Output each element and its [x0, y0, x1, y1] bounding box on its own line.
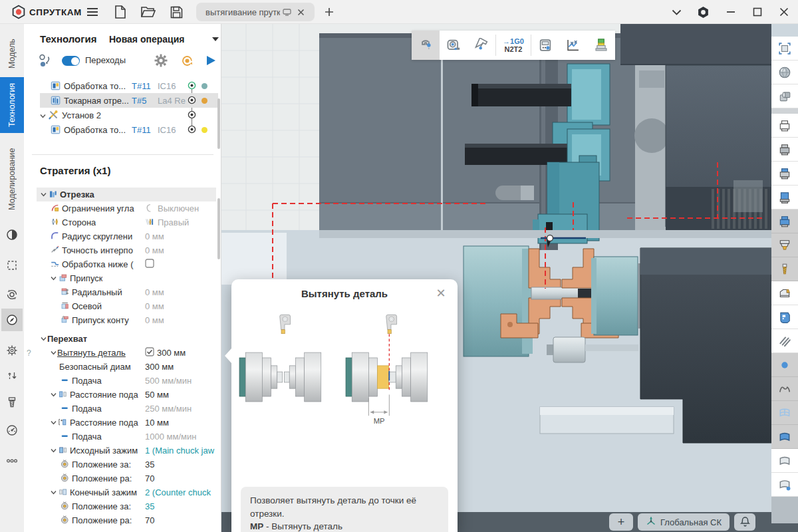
cut-point-marker[interactable]: [547, 235, 553, 241]
tape-measure-icon[interactable]: [440, 31, 467, 60]
drill-tool-icon[interactable]: [1, 391, 23, 414]
tab-close-icon[interactable]: [293, 3, 308, 21]
operation-row-1[interactable]: Обработка то...Т#11IC16: [40, 78, 218, 93]
mesh-surface-icon[interactable]: [771, 401, 798, 425]
strategy-row-21[interactable]: Положение ра:70: [37, 471, 216, 485]
chevron-down-icon[interactable]: [40, 110, 49, 120]
popup-close-icon[interactable]: ✕: [432, 285, 450, 302]
surface-light-icon[interactable]: [771, 449, 798, 473]
caliper-icon[interactable]: [467, 31, 495, 60]
param-checkbox[interactable]: [145, 259, 154, 270]
operation-row-4[interactable]: Обработка то...Т#11IC16: [40, 122, 218, 137]
chevron-down-icon[interactable]: [39, 192, 47, 197]
strategy-row-12[interactable]: ?Вытянуть деталь300 мм: [37, 346, 216, 360]
layers-icon[interactable]: [587, 31, 615, 60]
param-value[interactable]: 300 мм: [145, 362, 174, 372]
strategy-row-18[interactable]: Подача1000 мм/мин: [37, 430, 216, 444]
strategy-row-11[interactable]: Перехват: [37, 332, 216, 346]
play-button[interactable]: [205, 55, 217, 68]
part-gray-icon[interactable]: [771, 138, 798, 162]
mode-tab-2[interactable]: Технология: [0, 77, 24, 133]
marquee-icon[interactable]: [1, 254, 23, 277]
operations-scrollbar[interactable]: [217, 98, 220, 149]
gear-icon[interactable]: [1, 339, 23, 362]
strategy-row-23[interactable]: Положение за:35: [37, 499, 216, 513]
operation-row-2[interactable]: Токарная отре...Т#5La4 Re: [40, 93, 218, 108]
contrast-icon[interactable]: [1, 223, 23, 246]
param-value[interactable]: 1000 мм/мин: [145, 432, 196, 442]
strategy-row-2[interactable]: Ограничения углаВыключен: [37, 201, 216, 215]
strategy-row-8[interactable]: Радиальный0 мм: [37, 285, 216, 299]
strategy-row-22[interactable]: Конечный зажим2 (Counter chuck: [37, 485, 216, 499]
strategy-row-20[interactable]: Положение за:35: [37, 458, 216, 471]
help-icon[interactable]: ?: [27, 348, 31, 358]
strategy-row-15[interactable]: Расстояние пода50 мм: [37, 388, 216, 402]
hamburger-menu[interactable]: [84, 0, 101, 24]
open-file-button[interactable]: [140, 0, 157, 24]
param-value[interactable]: Правый: [158, 217, 189, 227]
new-operation-button[interactable]: Новая операция: [109, 34, 184, 45]
part-outline-icon[interactable]: [771, 114, 798, 138]
strategy-row-24[interactable]: Положение ра:70: [37, 513, 216, 527]
cylinder-part-icon[interactable]: [771, 84, 798, 108]
point-icon[interactable]: [771, 353, 798, 377]
chevron-down-icon[interactable]: [49, 448, 57, 453]
mode-tab-1[interactable]: Модель: [0, 35, 24, 73]
add-csys-button[interactable]: +: [609, 513, 633, 531]
settings-nut-icon[interactable]: [694, 0, 712, 24]
chevron-down-icon[interactable]: [49, 420, 57, 425]
sphere-icon[interactable]: [771, 61, 798, 84]
chevron-down-icon[interactable]: [49, 276, 57, 281]
global-csys-button[interactable]: Глобальная СК: [638, 513, 730, 531]
param-value[interactable]: 500 мм/мин: [145, 376, 192, 386]
new-operation-caret[interactable]: [212, 37, 219, 41]
updown-arrows-icon[interactable]: [1, 364, 23, 387]
strategy-row-7[interactable]: Припуск: [37, 271, 216, 285]
gear-gray-icon[interactable]: [154, 54, 168, 69]
drill-bit-icon[interactable]: [771, 257, 798, 281]
route-icon[interactable]: [39, 54, 53, 70]
strategy-row-6[interactable]: Обработка ниже (: [37, 257, 216, 271]
new-tab-button[interactable]: [321, 0, 338, 24]
toolpath-chart-icon[interactable]: [559, 31, 587, 60]
part-bluetop-icon[interactable]: [771, 162, 798, 186]
document-tab[interactable]: вытягивание прутк: [196, 3, 315, 21]
strategy-row-3[interactable]: СторонаПравый: [37, 215, 216, 229]
save-button[interactable]: [168, 0, 185, 24]
param-value[interactable]: 70: [145, 515, 154, 525]
minimize-button[interactable]: [722, 0, 739, 24]
operation-row-3[interactable]: Установ 2: [40, 108, 218, 122]
param-value[interactable]: 50 мм: [145, 390, 169, 400]
more-dots-icon[interactable]: [1, 450, 23, 472]
strategy-row-19[interactable]: Исходный зажим1 (Main chuck jaw: [37, 444, 216, 458]
param-value[interactable]: 70: [145, 473, 154, 483]
strategy-row-14[interactable]: Подача500 мм/мин: [37, 374, 216, 388]
surface-blue-icon[interactable]: [771, 425, 798, 449]
calculator-icon[interactable]: [531, 31, 559, 60]
compass-icon[interactable]: [1, 309, 23, 331]
operation-radio[interactable]: [188, 125, 196, 136]
strategy-row-10[interactable]: Припуск конту0 мм: [37, 313, 216, 327]
chevron-down-icon[interactable]: [49, 392, 57, 397]
strategy-row-16[interactable]: Подача250 мм/мин: [37, 402, 216, 416]
part-blue-alt-icon[interactable]: [771, 209, 798, 233]
chevron-down-icon[interactable]: [49, 350, 57, 355]
surface-point-icon[interactable]: [771, 473, 798, 497]
part-blue-icon[interactable]: [771, 186, 798, 209]
param-checkbox[interactable]: [145, 347, 154, 358]
part-yellowtip-icon[interactable]: [771, 233, 798, 257]
machine-3d-view[interactable]: →1G0N2T2 + Глобальная СК Вытянуть деталь: [221, 24, 798, 532]
notifications-button[interactable]: [734, 513, 755, 531]
machine-head-icon[interactable]: [771, 281, 798, 305]
param-value[interactable]: 1 (Main chuck jaw: [145, 446, 214, 456]
strategy-row-9[interactable]: Осевой0 мм: [37, 299, 216, 313]
param-value[interactable]: 0 мм: [145, 315, 164, 325]
mode-tab-3[interactable]: Моделирование: [0, 137, 24, 221]
gauge-icon[interactable]: [1, 419, 23, 442]
param-value[interactable]: 35: [145, 501, 154, 511]
machine-blue-icon[interactable]: [771, 305, 798, 329]
strategy-row-4[interactable]: Радиус скруглени0 мм: [37, 229, 216, 243]
fit-view-icon[interactable]: [771, 37, 798, 61]
param-value[interactable]: 2 (Counter chuck: [145, 487, 211, 497]
param-value[interactable]: 0 мм: [145, 245, 164, 255]
